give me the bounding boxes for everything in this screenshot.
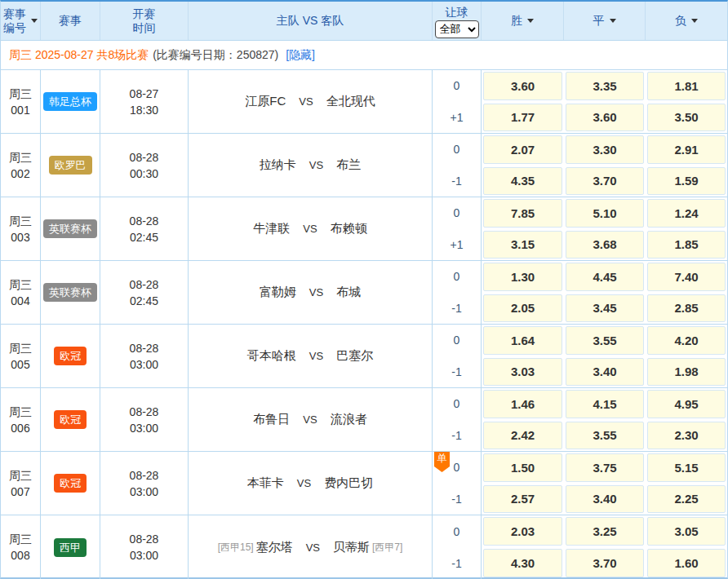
odds-win-line2[interactable]: 4.30 [483,549,562,577]
odds-win-line2[interactable]: 1.77 [483,104,562,132]
col-header-draw[interactable]: 平 [564,2,646,40]
match-number: 008 [11,547,29,564]
handicap-filter-select[interactable]: 全部 [435,20,479,38]
odds-draw-line2[interactable]: 3.70 [566,549,644,577]
odds-draw-line1[interactable]: 4.45 [566,263,644,291]
odds-draw-line2[interactable]: 3.68 [566,231,644,259]
weekday-label: 周三 [9,467,32,484]
odds-win-line1[interactable]: 1.30 [483,263,562,291]
match-time: 03:00 [130,547,158,564]
odds-draw-line2[interactable]: 3.60 [566,104,644,132]
odds-draw-line1[interactable]: 3.30 [566,135,644,164]
odds-win-line1[interactable]: 1.50 [483,453,562,482]
odds-win-line1[interactable]: 2.03 [483,517,562,546]
odds-win-line1[interactable]: 1.64 [483,326,562,355]
odds-lose-line1[interactable]: 3.05 [647,517,726,546]
odds-draw-cell: 3.45 [564,293,646,325]
match-number-cell: 周三 003 [1,197,41,260]
lose-header-label: 负 [675,14,686,29]
competition-badge[interactable]: 欧冠 [54,474,87,493]
odds-win-cell: 2.07 [482,134,564,166]
start-time-cell: 08-27 18:30 [100,70,189,133]
dropdown-caret-icon [610,19,616,23]
odds-win-line1[interactable]: 2.07 [483,135,562,164]
odds-lose-line1[interactable]: 1.24 [647,199,726,228]
odds-win-line1[interactable]: 7.85 [483,199,562,228]
odds-draw-line1[interactable]: 5.10 [566,199,644,228]
odds-win-line2[interactable]: 2.05 [483,294,562,323]
col-header-lose[interactable]: 负 [646,2,727,40]
odds-win-line2[interactable]: 4.35 [483,167,562,196]
start-time-cell: 08-28 02:45 [100,261,189,324]
competition-badge[interactable]: 欧冠 [54,347,87,365]
odds-win-line1[interactable]: 3.60 [483,72,562,100]
date-summary: 周三 2025-08-27 共8场比赛 [9,48,149,63]
odds-draw-line1[interactable]: 3.55 [566,326,644,355]
odds-draw-line1[interactable]: 3.75 [566,453,644,482]
odds-draw-line2[interactable]: 3.45 [566,294,644,323]
odds-win-line2[interactable]: 2.57 [483,485,562,514]
odds-lose-line2[interactable]: 1.98 [647,358,726,387]
match-time: 02:45 [130,293,158,309]
odds-lose-line1[interactable]: 2.91 [647,135,726,164]
odds-lose-cell: 1.81 [646,70,727,102]
odds-win-line2[interactable]: 2.42 [483,422,562,450]
col-header-win[interactable]: 胜 [482,2,564,40]
match-row: 周三 002 欧罗巴 08-28 00:30 拉纳卡 VS 布兰 0 -1 2.… [1,134,727,197]
weekday-label: 周三 [9,213,32,229]
away-team: 贝蒂斯 [333,540,370,555]
odds-draw-line1[interactable]: 3.35 [566,72,644,100]
competition-cell: 欧冠 [41,388,100,451]
odds-lose-line1[interactable]: 5.15 [647,453,726,482]
competition-badge[interactable]: 欧冠 [54,410,87,429]
match-number-cell: 周三 001 [1,70,41,133]
match-number-cell: 周三 005 [1,325,41,387]
competition-badge[interactable]: 英联赛杯 [43,219,97,238]
odds-lose-line2[interactable]: 2.30 [647,422,726,450]
odds-draw-line2[interactable]: 3.70 [566,167,644,196]
vs-label: VS [303,223,317,235]
match-number-cell: 周三 006 [1,388,41,451]
competition-cell: 欧冠 [41,452,100,515]
odds-draw-line1[interactable]: 3.25 [566,517,644,546]
match-date: 08-27 [130,86,159,102]
start-time-cell: 08-28 03:00 [100,452,189,515]
odds-draw-line2[interactable]: 3.55 [566,422,644,450]
odds-lose-cell: 2.30 [646,420,727,452]
odds-lose-line2[interactable]: 2.85 [647,294,726,323]
match-id-date: (比赛编号日期：250827) [153,48,278,63]
odds-win-line2[interactable]: 3.03 [483,358,562,387]
odds-draw-line2[interactable]: 3.40 [566,485,644,514]
competition-badge[interactable]: 西甲 [54,538,87,557]
odds-lose-cell: 2.91 [646,134,727,166]
start-time-cell: 08-28 03:00 [100,325,189,387]
away-team: 流浪者 [331,412,367,427]
home-team: 塞尔塔 [256,540,293,555]
teams-cell: 布鲁日 VS 流浪者 [189,388,433,451]
odds-draw-line1[interactable]: 4.15 [566,390,644,418]
odds-lose-line2[interactable]: 1.85 [647,231,726,259]
odds-lose-line1[interactable]: 4.20 [647,326,726,355]
col-header-match-number[interactable]: 赛事 编号 [1,2,41,40]
odds-win-line1[interactable]: 1.46 [483,390,562,418]
odds-win-line2[interactable]: 3.15 [483,231,562,259]
competition-badge[interactable]: 韩足总杯 [43,92,97,111]
match-date: 08-28 [130,531,159,547]
odds-draw-cell: 3.75 [564,452,646,484]
home-team: 拉纳卡 [260,157,296,173]
competition-badge[interactable]: 英联赛杯 [43,283,97,302]
teams-cell: 本菲卡 VS 费内巴切 [189,452,433,515]
odds-lose-line1[interactable]: 4.95 [647,390,726,418]
match-row: 周三 008 西甲 08-28 03:00 [西甲15] 塞尔塔 VS 贝蒂斯 … [1,515,727,579]
odds-lose-line2[interactable]: 3.50 [647,104,726,132]
odds-draw-line2[interactable]: 3.40 [566,358,644,387]
odds-lose-line2[interactable]: 2.25 [647,485,726,514]
odds-lose-line2[interactable]: 1.59 [647,167,726,196]
sort-caret-icon [31,19,38,23]
odds-lose-line2[interactable]: 1.60 [647,549,726,577]
odds-lose-line1[interactable]: 7.40 [647,263,726,291]
hide-link[interactable]: [隐藏] [286,48,315,63]
competition-badge[interactable]: 欧罗巴 [49,156,92,175]
odds-lose-line1[interactable]: 1.81 [647,72,726,100]
odds-draw-cell: 3.60 [564,102,646,134]
